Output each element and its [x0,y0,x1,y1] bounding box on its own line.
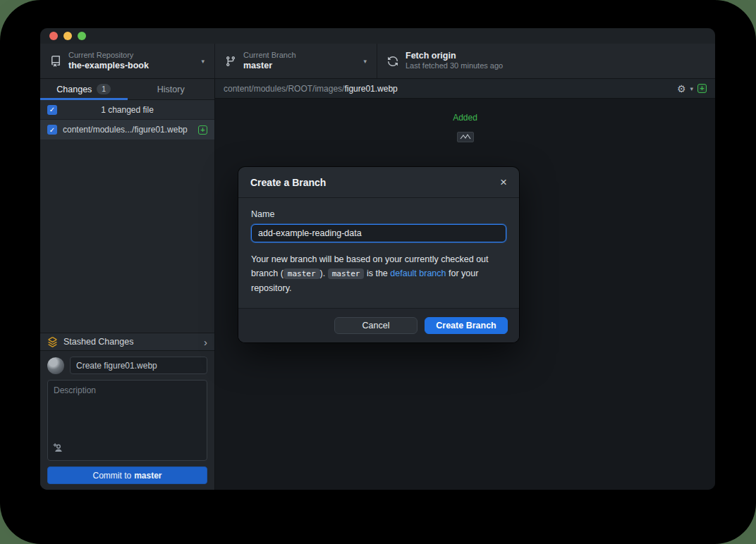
fetch-origin-title: Fetch origin [406,51,705,62]
changes-sidebar: Changes 1 History ✓ 1 changed file ✓ con… [40,79,215,490]
select-all-checkbox[interactable]: ✓ [47,105,57,115]
add-coauthor-icon[interactable] [53,443,63,455]
current-repository-label: Current Repository [68,51,194,61]
current-branch-button[interactable]: Current Branch master ▾ [215,44,377,78]
toolbar: Current Repository the-examples-book ▾ C… [40,44,715,79]
changes-count-badge: 1 [97,84,111,95]
current-branch-value: master [243,61,356,72]
gear-icon[interactable]: ⚙ [677,84,686,94]
changed-files-summary: 1 changed file [101,105,154,115]
branch-name-input[interactable] [251,224,506,242]
dialog-header: Create a Branch × [238,167,519,198]
file-path-header: content/modules/ROOT/images/figure01.web… [215,79,715,99]
diff-added-icon: + [697,84,707,93]
default-branch-link[interactable]: default branch [390,268,446,278]
create-branch-button[interactable]: Create Branch [425,317,508,334]
diff-status-label: Added [215,113,715,123]
sync-icon [387,56,398,67]
tab-history[interactable]: History [128,79,215,99]
github-desktop-window: Current Repository the-examples-book ▾ C… [40,28,715,490]
dialog-footer: Cancel Create Branch [238,308,519,342]
stashed-changes-label: Stashed Changes [63,337,198,347]
chevron-down-icon: ▾ [201,58,205,65]
close-icon[interactable]: × [500,176,507,188]
dialog-description: Your new branch will be based on your cu… [251,252,506,295]
create-branch-dialog: Create a Branch × Name Your new branch w… [238,167,519,342]
fetch-origin-subtitle: Last fetched 30 minutes ago [406,61,705,71]
image-thumbnail [457,132,474,142]
dialog-title: Create a Branch [250,177,326,188]
git-branch-icon [225,56,236,67]
commit-description-input[interactable] [47,380,207,461]
tab-changes[interactable]: Changes 1 [40,79,128,99]
current-branch-label: Current Branch [243,51,356,61]
titlebar [40,28,715,44]
commit-button-branch: master [134,471,161,481]
file-path-directory: content/modules/ROOT/images/ [224,84,344,94]
fetch-origin-button[interactable]: Fetch origin Last fetched 30 minutes ago [377,44,715,78]
repo-icon [50,56,61,67]
stashed-changes-row[interactable]: Stashed Changes › [40,333,214,351]
stash-icon [47,337,58,347]
commit-button-prefix: Commit to [92,471,131,481]
desktop-background: Current Repository the-examples-book ▾ C… [0,0,756,544]
check-icon: ✓ [49,106,55,113]
traffic-lights [49,32,86,40]
changed-file-name: content/modules.../figure01.webp [63,125,193,135]
current-repository-button[interactable]: Current Repository the-examples-book ▾ [40,44,215,78]
commit-panel: Commit to master [40,351,214,490]
minimize-window-button[interactable] [63,32,72,40]
current-repository-value: the-examples-book [68,61,194,72]
file-added-status-icon: + [198,125,207,135]
branch-code-badge: master [284,268,320,279]
changed-file-row[interactable]: ✓ content/modules.../figure01.webp + [40,120,214,140]
tab-history-label: History [157,85,185,94]
chevron-down-icon: ▾ [363,58,367,65]
branch-name-label: Name [251,209,506,219]
tab-changes-label: Changes [56,85,92,94]
zoom-window-button[interactable] [78,32,86,40]
dialog-body: Name Your new branch will be based on yo… [238,198,519,308]
cancel-button[interactable]: Cancel [334,317,417,334]
check-icon: ✓ [49,126,55,134]
commit-button[interactable]: Commit to master [47,466,207,484]
user-avatar [47,357,64,374]
chevron-right-icon: › [204,337,207,347]
sidebar-tabbar: Changes 1 History [40,79,214,100]
file-path-filename: figure01.webp [344,84,397,94]
file-checkbox[interactable]: ✓ [47,125,57,135]
changed-files-summary-row: ✓ 1 changed file [40,100,214,120]
commit-summary-input[interactable] [70,357,207,374]
file-list-empty-area [40,140,214,333]
close-window-button[interactable] [49,32,58,40]
chevron-down-icon[interactable]: ▾ [690,85,693,92]
branch-code-badge: master [328,268,365,279]
